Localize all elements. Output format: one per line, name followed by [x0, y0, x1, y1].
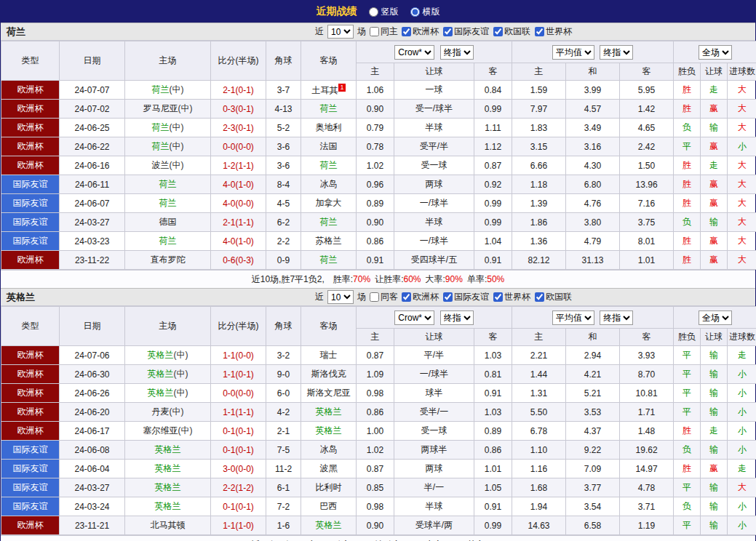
avg-draw-odds: 6.80: [566, 175, 620, 194]
result-goals: 走: [728, 460, 756, 478]
summary-bar: 近10场,胜7平1负2, 胜率:70%让胜率:60%大率:90%单率:50%: [1, 270, 755, 288]
home-odds: 0.85: [357, 478, 394, 497]
avg-type-select[interactable]: 平均值: [552, 310, 594, 325]
league-filter[interactable]: 欧国联: [493, 25, 530, 38]
page-title: 近期战绩: [317, 5, 357, 18]
league-filter[interactable]: 世界杯: [535, 25, 572, 38]
league-filter[interactable]: 欧洲杯: [402, 291, 439, 303]
league-filters: 欧洲杯国际友谊欧国联世界杯: [402, 25, 572, 38]
league-filter[interactable]: 欧洲杯: [402, 25, 439, 38]
result-goals: 小: [728, 137, 756, 156]
avg-away-odds: 7.16: [620, 194, 674, 213]
scope-select-cell: 全场: [674, 307, 756, 329]
league-type: 欧洲杯: [1, 346, 60, 365]
league-label: 世界杯: [504, 291, 530, 303]
corners: 4-2: [266, 403, 301, 422]
col-type: 类型: [1, 41, 60, 81]
league-checkbox[interactable]: [535, 27, 544, 36]
away-team: 巴西: [301, 497, 357, 516]
odds-time-select[interactable]: 终指: [440, 310, 474, 325]
league-filter[interactable]: 欧国联: [535, 291, 572, 303]
away-odds: 0.86: [474, 441, 512, 460]
col-date: 日期: [60, 307, 125, 346]
layout-option-vertical[interactable]: 竖版: [369, 6, 399, 18]
result-goals: 小: [728, 497, 756, 516]
away-odds: 0.91: [474, 384, 512, 403]
league-checkbox[interactable]: [535, 292, 544, 302]
league-checkbox[interactable]: [402, 292, 411, 302]
sub-handicap-result: 让球: [701, 63, 728, 81]
result-handicap: 输: [701, 346, 728, 365]
home-odds: 0.86: [357, 232, 394, 251]
league-checkbox[interactable]: [493, 292, 503, 302]
layout-option-horizontal[interactable]: 横版: [410, 6, 440, 18]
near-label: 近: [315, 291, 324, 303]
match-row: 欧洲杯24-07-02罗马尼亚(中)0-3(0-1)4-13荷兰0.90受一/球…: [1, 100, 756, 119]
sub-goals-result: 进球数: [728, 63, 756, 81]
avg-home-odds: 6.78: [512, 422, 566, 441]
match-row: 欧洲杯24-06-26英格兰(中)0-0(0-0)6-0斯洛文尼亚0.98球半0…: [1, 384, 756, 403]
avg-home-odds: 1.18: [512, 175, 566, 194]
avg-type-select[interactable]: 平均值: [552, 45, 594, 60]
handicap-line: 一/球半: [394, 232, 474, 251]
odds-company-select[interactable]: Crow*: [394, 45, 434, 60]
match-score: 0-1(0-1): [211, 441, 266, 460]
league-checkbox[interactable]: [493, 27, 503, 36]
handicap-line: 球半: [394, 384, 474, 403]
odds-company-select[interactable]: Crow*: [394, 310, 434, 325]
match-date: 24-06-22: [60, 137, 125, 156]
league-filter[interactable]: 世界杯: [493, 291, 530, 303]
sub-result: 胜负: [674, 63, 701, 81]
match-date: 24-03-23: [60, 232, 125, 251]
away-team: 土耳其1: [301, 81, 357, 100]
recent-results-page: 近期战绩 竖版 横版 荷兰 近 10 场 同主 欧洲杯国际友谊欧国联世界杯: [0, 0, 756, 541]
avg-time-select[interactable]: 终指: [600, 45, 633, 60]
rate-stat: 单率:40%: [467, 539, 504, 541]
league-filter[interactable]: 国际友谊: [443, 25, 489, 38]
league-checkbox[interactable]: [443, 27, 453, 36]
result-goals: 小: [728, 384, 756, 403]
match-score: 0-3(0-1): [211, 100, 266, 119]
league-checkbox[interactable]: [402, 27, 411, 36]
avg-draw-odds: 3.49: [566, 119, 620, 137]
recent-count-select[interactable]: 10: [327, 290, 354, 304]
league-filters: 欧洲杯国际友谊世界杯欧国联: [402, 291, 572, 303]
match-row: 欧洲杯23-11-22直布罗陀0-6(0-3)0-9荷兰0.91受四球半/五0.…: [1, 251, 756, 270]
league-filter[interactable]: 国际友谊: [443, 291, 489, 303]
home-team: 丹麦(中): [125, 403, 211, 422]
away-odds: 0.84: [474, 81, 512, 100]
vertical-layout-radio[interactable]: [369, 7, 378, 17]
home-odds: 0.86: [357, 403, 394, 422]
scope-select[interactable]: 全场: [699, 310, 732, 325]
result-wdl: 负: [674, 213, 701, 232]
vertical-layout-label: 竖版: [381, 6, 399, 18]
match-date: 24-06-07: [60, 194, 125, 213]
avg-away-odds: 3.71: [620, 497, 674, 516]
avg-draw-odds: 3.80: [566, 213, 620, 232]
horizontal-layout-radio[interactable]: [410, 7, 420, 17]
same-venue-filter[interactable]: 同主: [370, 25, 398, 38]
recent-count-select[interactable]: 10: [327, 25, 354, 39]
same-venue-checkbox[interactable]: [370, 292, 379, 302]
odds-time-select[interactable]: 终指: [440, 45, 474, 60]
avg-home-odds: 2.21: [512, 346, 566, 365]
same-venue-filter[interactable]: 同客: [370, 291, 398, 303]
avg-away-odds: 8.01: [620, 232, 674, 251]
same-venue-checkbox[interactable]: [370, 27, 379, 36]
matches-body: 欧洲杯24-07-07荷兰(中)2-1(0-1)3-7土耳其11.06一球0.8…: [1, 81, 756, 270]
league-checkbox[interactable]: [443, 292, 453, 302]
league-label: 世界杯: [546, 25, 572, 38]
match-date: 24-03-27: [60, 213, 125, 232]
match-score: 0-0(0-0): [211, 137, 266, 156]
avg-away-odds: 13.96: [620, 175, 674, 194]
league-label: 欧洲杯: [413, 291, 439, 303]
avg-time-select[interactable]: 终指: [600, 310, 633, 325]
col-corner: 角球: [266, 41, 301, 81]
scope-select[interactable]: 全场: [699, 45, 732, 60]
match-date: 24-06-26: [60, 384, 125, 403]
sub-handicap: 让球: [394, 329, 474, 346]
sub-result: 胜负: [674, 329, 701, 346]
sub-avg-away: 客: [620, 329, 674, 346]
result-goals: 大: [728, 119, 756, 137]
handicap-line: 受球半/两: [394, 516, 474, 535]
